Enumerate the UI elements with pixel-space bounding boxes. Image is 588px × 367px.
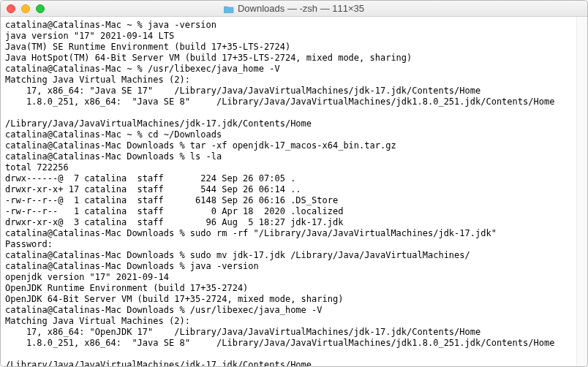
folder-icon: [224, 4, 234, 12]
scrollbar[interactable]: [576, 17, 587, 366]
maximize-button[interactable]: [36, 4, 45, 13]
traffic-lights: [1, 4, 45, 13]
window-title: Downloads — -zsh — 111×35: [1, 3, 587, 14]
terminal-window: Downloads — -zsh — 111×35 catalina@Catal…: [0, 0, 588, 367]
titlebar: Downloads — -zsh — 111×35: [1, 1, 587, 17]
window-title-text: Downloads — -zsh — 111×35: [238, 3, 364, 14]
terminal-lines: catalina@Catalinas-Mac ~ % java -version…: [5, 20, 554, 366]
close-button[interactable]: [7, 4, 15, 13]
minimize-button[interactable]: [21, 4, 30, 13]
terminal-content: catalina@Catalinas-Mac ~ % java -version…: [5, 20, 583, 366]
terminal-body[interactable]: catalina@Catalinas-Mac ~ % java -version…: [1, 17, 587, 366]
